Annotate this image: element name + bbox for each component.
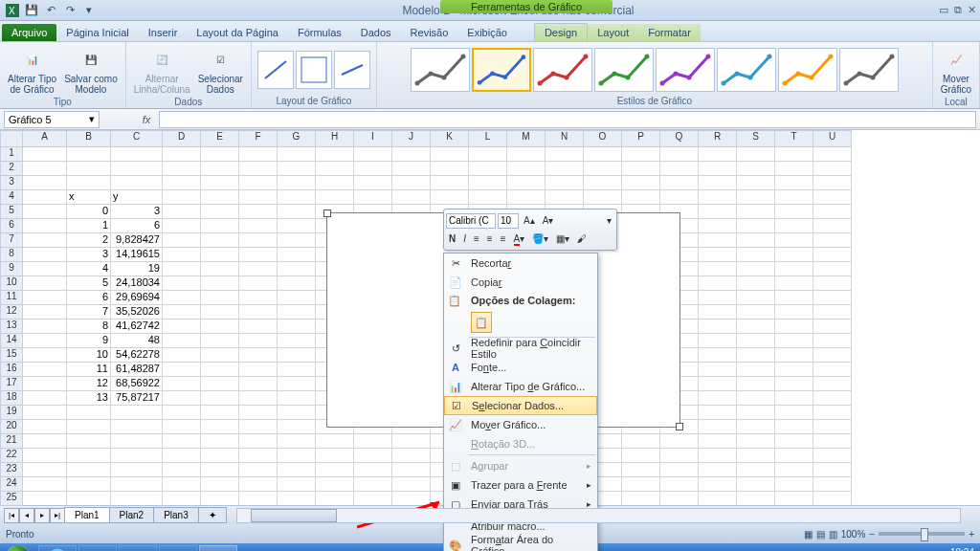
row-header[interactable]: 3	[0, 176, 23, 190]
chart-style-8[interactable]	[839, 48, 899, 92]
row-header[interactable]: 19	[0, 406, 23, 420]
column-header[interactable]: A	[23, 130, 67, 147]
ctx-bring-front[interactable]: ▣Trazer para a Frente▸	[444, 475, 597, 495]
align-left-icon[interactable]: ≡	[471, 232, 482, 245]
zoom-in-button[interactable]: +	[969, 529, 974, 540]
tab-page-layout[interactable]: Layout da Página	[187, 24, 288, 41]
column-header[interactable]: T	[775, 130, 813, 147]
sheet-nav-next[interactable]: ▸	[34, 508, 50, 523]
ctx-copy[interactable]: 📄Copiar	[444, 273, 597, 292]
row-header[interactable]: 23	[0, 463, 23, 477]
formula-bar[interactable]	[159, 111, 976, 128]
row-header[interactable]: 11	[0, 291, 23, 305]
column-header[interactable]: L	[469, 130, 507, 147]
taskbar-powerpoint[interactable]: P	[159, 545, 197, 551]
chart-style-5[interactable]	[656, 48, 715, 92]
grow-font-icon[interactable]: A▴	[521, 214, 538, 227]
row-header[interactable]: 17	[0, 377, 23, 391]
column-header[interactable]: R	[699, 130, 737, 147]
chart-style-4[interactable]	[594, 48, 654, 92]
bold-icon[interactable]: N	[446, 232, 458, 245]
column-header[interactable]: B	[67, 130, 111, 147]
save-as-template-button[interactable]: 💾Salvar como Modelo	[62, 44, 120, 97]
sheet-nav-prev[interactable]: ◂	[19, 508, 34, 523]
ctx-reset-style[interactable]: ↺Redefinir para Coincidir Estilo	[444, 339, 597, 358]
chart-style-6[interactable]	[717, 48, 776, 92]
column-header[interactable]: M	[507, 130, 546, 147]
sheet-tab-plan3[interactable]: Plan3	[153, 507, 199, 523]
change-chart-type-button[interactable]: 📊Alterar Tipo de Gráfico	[6, 44, 58, 97]
fill-color-icon[interactable]: 🪣▾	[529, 232, 551, 245]
border-icon[interactable]: ▦▾	[553, 232, 572, 245]
zoom-level[interactable]: 100%	[841, 529, 866, 540]
horizontal-scrollbar[interactable]	[236, 508, 961, 523]
shrink-font-icon[interactable]: A▾	[540, 214, 557, 227]
taskbar-ie[interactable]	[38, 545, 77, 551]
chart-style-1[interactable]	[411, 48, 470, 92]
column-header[interactable]: J	[392, 130, 431, 147]
column-header[interactable]: E	[201, 130, 239, 147]
column-header[interactable]: N	[546, 130, 584, 147]
row-header[interactable]: 10	[0, 276, 23, 291]
chart-style-2[interactable]	[472, 48, 531, 92]
tab-layout[interactable]: Layout	[588, 24, 638, 41]
column-header[interactable]: P	[622, 130, 660, 147]
sheet-nav-last[interactable]: ▸|	[50, 508, 65, 523]
font-size-selector[interactable]: 10	[498, 213, 519, 229]
save-icon[interactable]: 💾	[23, 2, 40, 19]
column-header[interactable]: G	[278, 130, 316, 147]
row-header[interactable]: 21	[0, 434, 23, 449]
column-header[interactable]: O	[584, 130, 622, 147]
row-header[interactable]: 12	[0, 305, 23, 320]
ctx-move-chart[interactable]: 📈Mover Gráfico...	[444, 415, 597, 434]
sheet-tab-plan2[interactable]: Plan2	[109, 507, 155, 523]
italic-icon[interactable]: I	[460, 232, 469, 245]
column-header[interactable]: S	[737, 130, 775, 147]
minimize-button[interactable]: ▭	[939, 4, 948, 16]
tab-home[interactable]: Página Inicial	[56, 24, 138, 41]
sheet-tab-new[interactable]: ✦	[198, 507, 227, 523]
row-header[interactable]: 2	[0, 162, 23, 176]
column-header[interactable]: F	[239, 130, 278, 147]
ctx-change-chart-type[interactable]: 📊Alterar Tipo de Gráfico...	[444, 377, 597, 396]
tab-insert[interactable]: Inserir	[139, 24, 188, 41]
ctx-cut[interactable]: ✂Recortar	[444, 253, 597, 273]
format-painter-icon[interactable]: 🖌	[574, 232, 590, 245]
view-page-layout-icon[interactable]: ▤	[816, 529, 825, 540]
zoom-slider[interactable]	[879, 532, 965, 536]
column-header[interactable]: Q	[660, 130, 699, 147]
row-header[interactable]: 6	[0, 219, 23, 233]
tab-format[interactable]: Formatar	[638, 24, 701, 41]
move-chart-button[interactable]: 📈Mover Gráfico	[939, 44, 973, 97]
qat-dropdown-icon[interactable]: ▾	[80, 2, 98, 19]
close-button[interactable]: ✕	[968, 4, 976, 16]
chart-layout-2[interactable]	[296, 51, 332, 89]
sheet-nav-first[interactable]: |◂	[4, 508, 19, 523]
zoom-out-button[interactable]: −	[869, 529, 875, 540]
ctx-format-chart-area[interactable]: 🎨Formatar Área do Gráfico...	[444, 536, 597, 551]
undo-icon[interactable]: ↶	[42, 2, 59, 19]
font-selector[interactable]: Calibri (C	[446, 213, 496, 229]
column-header[interactable]: H	[316, 130, 354, 147]
tab-formulas[interactable]: Fórmulas	[288, 24, 351, 41]
name-box[interactable]: Gráfico 5▾	[4, 111, 100, 128]
tab-review[interactable]: Revisão	[401, 24, 458, 41]
row-header[interactable]: 9	[0, 262, 23, 276]
align-center-icon[interactable]: ≡	[484, 232, 496, 245]
chart-layout-3[interactable]	[334, 51, 370, 89]
select-data-button[interactable]: ☑Selecionar Dados	[196, 44, 245, 97]
row-header[interactable]: 1	[0, 147, 23, 162]
ctx-font[interactable]: AFonte...	[444, 358, 597, 377]
ctx-select-data[interactable]: ☑Selecionar Dados...	[444, 396, 597, 415]
mini-dropdown-icon[interactable]: ▾	[604, 214, 614, 227]
taskbar-media[interactable]: ▶	[119, 545, 157, 551]
fx-icon[interactable]: fx	[138, 114, 155, 125]
row-header[interactable]: 25	[0, 492, 23, 506]
row-header[interactable]: 4	[0, 190, 23, 205]
chart-layout-1[interactable]	[257, 51, 294, 89]
taskbar-explorer[interactable]: 📁	[78, 545, 117, 551]
redo-icon[interactable]: ↷	[61, 2, 78, 19]
row-header[interactable]: 16	[0, 363, 23, 377]
row-header[interactable]: 5	[0, 205, 23, 219]
restore-button[interactable]: ⧉	[954, 4, 962, 16]
